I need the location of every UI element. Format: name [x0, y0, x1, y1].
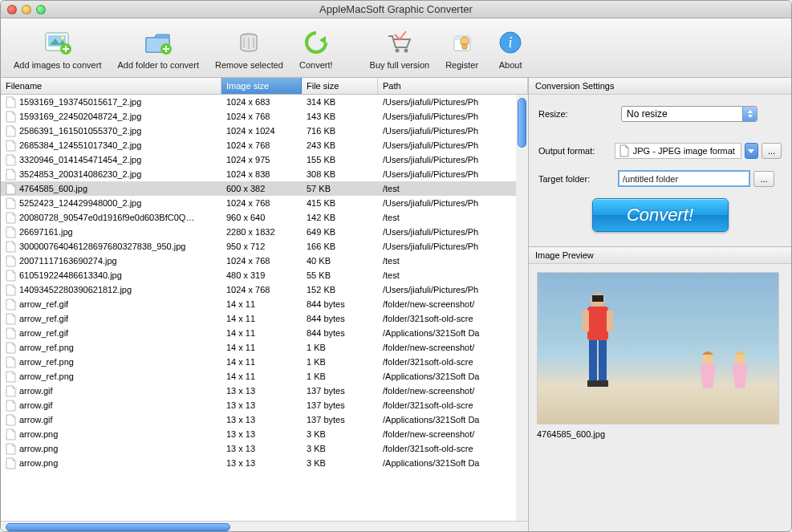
vertical-scroll-thumb[interactable] — [518, 98, 526, 148]
cell-path: /Users/jiafuli/Pictures/Ph — [378, 169, 528, 179]
cell-file-size: 166 KB — [302, 242, 378, 251]
cell-path: /folder/321soft-old-scre — [378, 444, 528, 453]
table-row[interactable]: arrow.gif13 x 13137 bytes/folder/new-scr… — [1, 384, 528, 398]
cell-filename: 26697161.jpg — [19, 227, 73, 237]
file-icon — [6, 270, 16, 282]
table-row[interactable]: 300000764046128697680327838_950.jpg950 x… — [1, 239, 528, 254]
cell-filename: arrow_ref.gif — [19, 314, 68, 323]
cell-image-size: 1024 x 1024 — [221, 126, 302, 136]
file-icon — [6, 356, 16, 368]
horizontal-scroll-thumb[interactable] — [6, 523, 230, 531]
cell-image-size: 1024 x 768 — [221, 140, 302, 150]
output-format-dropdown[interactable] — [745, 143, 758, 159]
table-row[interactable]: 1593169_193745015617_2.jpg1024 x 683314 … — [1, 95, 528, 109]
table-row[interactable]: 1593169_224502048724_2.jpg1024 x 768143 … — [1, 109, 528, 124]
table-row[interactable]: 20071117163690274.jpg1024 x 76840 KB/tes… — [1, 254, 528, 268]
file-icon — [6, 443, 16, 455]
cell-path: /folder/321soft-old-scre — [378, 314, 528, 323]
cell-filename: 3524853_200314086230_2.jpg — [19, 169, 141, 179]
file-icon — [6, 255, 16, 267]
target-folder-browse-button[interactable]: ... — [753, 171, 774, 187]
cell-file-size: 1 KB — [302, 372, 378, 381]
cell-file-size: 137 bytes — [302, 415, 378, 424]
table-row[interactable]: 3320946_014145471454_2.jpg1024 x 975155 … — [1, 152, 528, 167]
table-row[interactable]: 2586391_161501055370_2.jpg1024 x 1024716… — [1, 124, 528, 138]
table-row[interactable]: arrow_ref.png14 x 111 KB/folder/321soft-… — [1, 355, 528, 369]
svg-point-26 — [734, 354, 745, 365]
table-row[interactable]: arrow_ref.gif14 x 11844 bytes/Applicatio… — [1, 326, 528, 340]
image-preview-panel: Image Preview — [529, 246, 791, 447]
cell-path: /Users/jiafuli/Pictures/Ph — [378, 242, 528, 251]
table-row[interactable]: arrow.gif13 x 13137 bytes/folder/321soft… — [1, 398, 528, 412]
svg-text:i: i — [509, 35, 513, 51]
cell-filename: 1409345228039062​1812.jpg — [19, 285, 132, 294]
cell-file-size: 415 KB — [302, 198, 378, 208]
convert-button[interactable]: Convert! — [592, 198, 729, 232]
convert-toolbar-button[interactable]: Convert! — [294, 25, 338, 71]
register-button[interactable]: Register — [441, 25, 483, 71]
cell-path: /folder/new-screenshot/ — [378, 299, 528, 309]
table-row[interactable]: 26697161.jpg2280 x 1832649 KB/Users/jiaf… — [1, 225, 528, 239]
file-icon — [6, 400, 16, 412]
output-format-value: JPG - JPEG image format — [633, 146, 735, 156]
resize-select[interactable]: No resize — [621, 106, 757, 122]
cell-path: /test — [378, 184, 528, 193]
table-row[interactable]: 4764585_600.jpg600 x 38257 KB/test — [1, 181, 528, 196]
column-filename[interactable]: Filename — [1, 78, 221, 94]
table-body[interactable]: 1593169_193745015617_2.jpg1024 x 683314 … — [1, 95, 528, 521]
add-folder-button[interactable]: Add folder to convert — [112, 25, 204, 71]
column-path[interactable]: Path — [378, 78, 528, 94]
table-row[interactable]: arrow_ref.gif14 x 11844 bytes/folder/321… — [1, 311, 528, 326]
file-icon — [6, 125, 16, 137]
cell-file-size: 844 bytes — [302, 299, 378, 309]
column-image-size[interactable]: Image size — [221, 78, 302, 94]
table-row[interactable]: 1409345228039062​1812.jpg1024 x 768152 K… — [1, 282, 528, 297]
table-row[interactable]: 5252423_124429948000_2.jpg1024 x 768415 … — [1, 196, 528, 210]
file-icon — [6, 226, 16, 238]
cell-path: /test — [378, 270, 528, 280]
target-folder-input[interactable] — [618, 170, 750, 187]
cell-image-size: 950 x 712 — [221, 242, 302, 251]
table-row[interactable]: arrow_ref.png14 x 111 KB/folder/new-scre… — [1, 340, 528, 355]
cell-filename: 3320946_014145471454_2.jpg — [19, 155, 141, 164]
table-row[interactable]: 610519224486613340.jpg480 x 31955 KB/tes… — [1, 268, 528, 282]
cell-path: /Users/jiafuli/Pictures/Ph — [378, 126, 528, 136]
output-format-browse-button[interactable]: ... — [762, 143, 782, 159]
cell-image-size: 13 x 13 — [221, 429, 302, 439]
table-row[interactable]: arrow.png13 x 133 KB/Applications/321Sof… — [1, 456, 528, 470]
table-row[interactable]: arrow.png13 x 133 KB/folder/new-screensh… — [1, 427, 528, 441]
table-row[interactable]: arrow_ref.png14 x 111 KB/Applications/32… — [1, 369, 528, 384]
cell-filename: arrow.png — [19, 458, 58, 468]
remove-selected-button[interactable]: Remove selected — [210, 25, 288, 71]
cell-path: /Applications/321Soft Da — [378, 372, 528, 381]
about-button[interactable]: i About — [489, 25, 531, 71]
toolbar: Add images to convert Add folder to conv… — [1, 18, 791, 78]
cell-file-size: 137 bytes — [302, 400, 378, 410]
cell-image-size: 1024 x 683 — [221, 97, 302, 107]
svg-rect-19 — [607, 310, 613, 332]
cell-filename: 1593169_224502048724_2.jpg — [19, 112, 141, 121]
table-row[interactable]: arrow.png13 x 133 KB/folder/321soft-old-… — [1, 441, 528, 456]
table-row[interactable]: 2685384_124551017340_2.jpg1024 x 768243 … — [1, 138, 528, 152]
svg-point-25 — [702, 354, 713, 365]
buy-button[interactable]: Buy full version — [365, 25, 435, 71]
window-title: AppleMacSoft Graphic Converter — [1, 3, 791, 15]
cell-path: /folder/321soft-old-scre — [378, 400, 528, 410]
table-row[interactable]: 3524853_200314086230_2.jpg1024 x 838308 … — [1, 167, 528, 181]
svg-rect-24 — [597, 380, 608, 387]
target-folder-label: Target folder: — [538, 174, 615, 184]
register-icon — [446, 26, 478, 59]
cell-path: /test — [378, 213, 528, 222]
table-row[interactable]: 20080728_90547e0d1916f9e0d603BfC0Q…960 x… — [1, 210, 528, 225]
add-images-button[interactable]: Add images to convert — [9, 25, 106, 71]
vertical-scrollbar[interactable] — [516, 95, 528, 521]
table-row[interactable]: arrow_ref.gif14 x 11844 bytes/folder/new… — [1, 297, 528, 311]
cell-filename: arrow.gif — [19, 415, 53, 424]
svg-rect-23 — [587, 380, 599, 387]
add-images-label: Add images to convert — [14, 60, 101, 70]
cell-file-size: 844 bytes — [302, 328, 378, 338]
table-row[interactable]: arrow.gif13 x 13137 bytes/Applications/3… — [1, 412, 528, 427]
cell-file-size: 243 KB — [302, 140, 378, 150]
column-file-size[interactable]: File size — [302, 78, 378, 94]
horizontal-scrollbar[interactable] — [1, 521, 528, 532]
